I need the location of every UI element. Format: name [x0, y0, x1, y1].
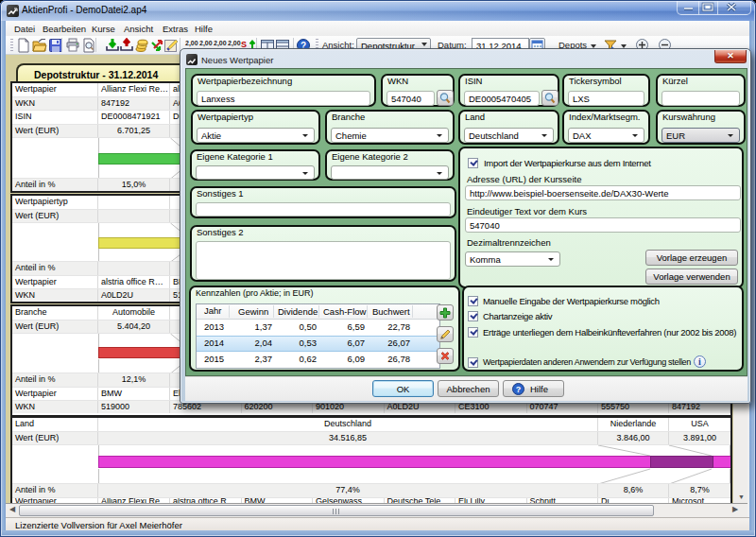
svg-text:?: ? — [516, 385, 522, 394]
